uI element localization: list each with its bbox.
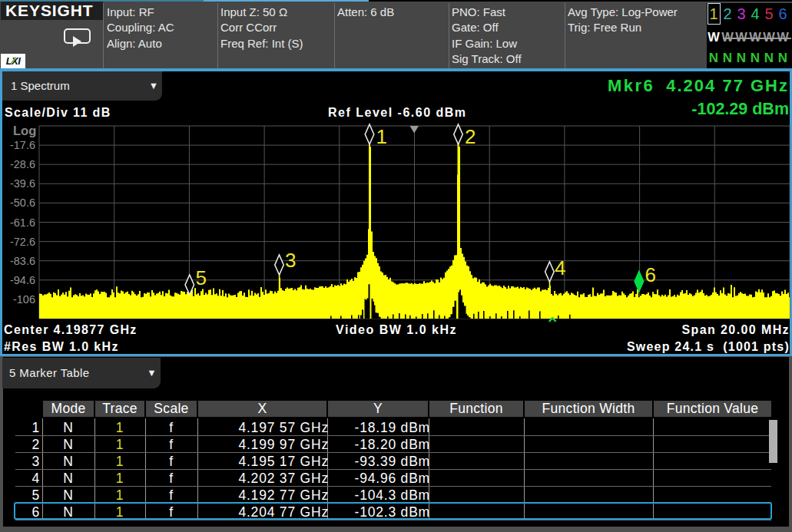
svg-text:-39.6: -39.6 bbox=[10, 177, 35, 190]
svg-text:5: 5 bbox=[196, 266, 207, 289]
svg-text:3: 3 bbox=[285, 249, 296, 272]
svg-text:1: 1 bbox=[376, 125, 387, 148]
svg-text:-83.6: -83.6 bbox=[10, 255, 35, 267]
svg-text:-72.6: -72.6 bbox=[10, 236, 35, 248]
svg-text:-94.6: -94.6 bbox=[10, 274, 35, 286]
svg-text:6: 6 bbox=[645, 263, 656, 286]
svg-text:-28.6: -28.6 bbox=[10, 158, 35, 170]
svg-text:4: 4 bbox=[555, 256, 565, 279]
svg-text:Log: Log bbox=[13, 124, 36, 137]
svg-text:2: 2 bbox=[465, 125, 476, 148]
svg-text:-50.6: -50.6 bbox=[10, 197, 35, 209]
svg-text:-61.6: -61.6 bbox=[10, 216, 35, 229]
svg-text:-17.6: -17.6 bbox=[10, 139, 35, 151]
svg-text:-106: -106 bbox=[13, 293, 35, 306]
